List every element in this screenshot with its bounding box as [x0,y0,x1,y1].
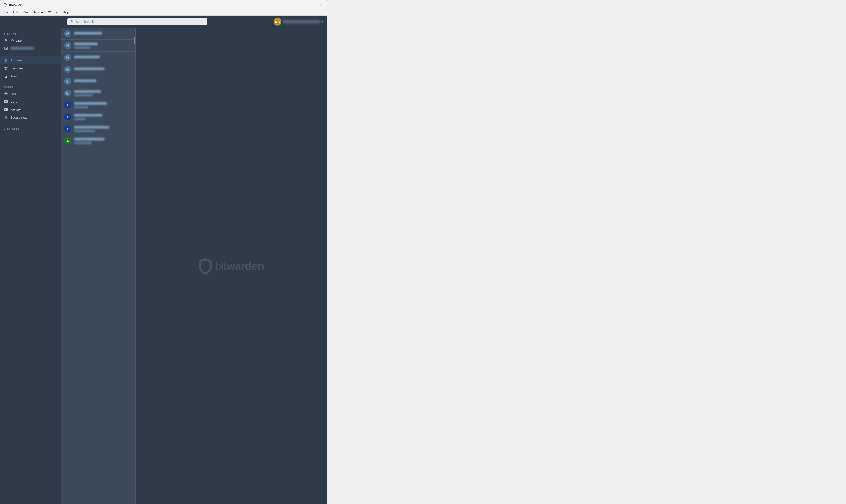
item-content [74,68,132,71]
item-title-blur [74,90,101,93]
list-item[interactable]: P [61,111,136,123]
sidebar-item-favorites[interactable]: Favorites [0,64,61,72]
list-item[interactable] [61,52,136,64]
detail-panel: bitwarden [136,28,327,504]
item-icon-secure-note: S [64,137,71,144]
menu-account[interactable]: Account [32,10,45,15]
trash-icon [4,74,8,78]
login-label: Login [11,92,18,95]
sidebar-item-org-vault[interactable] [0,44,61,52]
add-folder-button[interactable]: + [55,127,57,131]
all-vaults-section[interactable]: ▾ ALL VAULTS [0,32,61,36]
item-icon-passkey: P [64,125,71,132]
grid-icon [4,58,8,62]
item-icon-passkey: P [64,113,71,121]
list-item[interactable]: P [61,99,136,111]
sidebar-item-identity[interactable]: Identity [0,106,61,113]
item-title-blur [74,126,109,129]
folders-label-group: ▸ FOLDERS [4,128,19,131]
sidebar-item-card[interactable]: Card [0,97,61,106]
logo-text: bitwarden [215,259,264,272]
item-content [74,79,132,83]
item-title-blur [74,56,100,58]
app-icon [3,3,7,7]
sidebar-divider-1 [4,54,57,54]
my-vault-label: My vault [11,39,22,42]
list-item[interactable] [61,40,136,52]
sidebar: ▾ ALL VAULTS My vault [0,28,61,504]
sidebar-item-my-vault[interactable]: My vault [0,36,61,44]
item-icon-login [64,54,71,61]
identity-label: Identity [11,108,21,111]
close-button[interactable]: ✕ [318,2,324,7]
item-icon-login [64,66,71,73]
svg-rect-4 [5,59,6,60]
globe-icon [4,91,8,96]
item-icon-login [64,30,71,37]
menu-bar: File Edit View Account Window Help [0,9,327,16]
star-icon [4,66,8,70]
item-content [74,32,132,36]
menu-file[interactable]: File [2,10,10,15]
item-content [74,102,132,108]
folders-label: FOLDERS [7,128,19,131]
app-window: Bitwarden — □ ✕ File Edit View Account W… [0,0,327,504]
search-input[interactable] [67,18,207,25]
item-subtitle-blur [74,94,93,96]
bitwarden-logo: bitwarden [198,258,264,274]
trash-label: Trash [11,74,18,78]
item-content [74,114,132,120]
org-name-blur [11,47,34,50]
title-bar: Bitwarden — □ ✕ [0,0,327,9]
item-subtitle-blur [74,118,86,120]
item-title-blur [74,79,96,82]
sidebar-divider-3 [4,123,57,124]
id-icon [4,107,8,112]
user-email [283,20,320,23]
secure-note-label: Secure note [11,116,28,119]
user-info[interactable]: MA ▾ [274,18,323,26]
org-icon [4,46,8,50]
svg-rect-7 [6,60,7,61]
logo-text-light: bit [215,260,226,272]
svg-point-0 [71,20,72,22]
folders-section[interactable]: ▸ FOLDERS + [0,125,61,133]
item-content [74,126,132,132]
list-item[interactable]: P [61,123,136,135]
all-vaults-label: ALL VAULTS [7,33,24,35]
list-item[interactable] [61,87,136,99]
svg-rect-5 [6,59,7,60]
item-content [74,90,132,96]
sidebar-item-trash[interactable]: Trash [0,72,61,80]
chevron-down-icon: ▾ [4,33,5,35]
card-icon [4,100,8,104]
item-icon-passkey: P [64,102,71,109]
menu-window[interactable]: Window [46,10,60,15]
main-area: ▾ ALL VAULTS My vault [0,28,327,504]
chevron-right-icon: ▸ [4,128,5,131]
sidebar-item-all-items[interactable]: All items [0,56,61,64]
menu-help[interactable]: Help [61,10,71,15]
list-item[interactable]: S [61,135,136,147]
avatar[interactable]: MA [274,18,281,26]
item-title-blur [74,32,102,35]
card-label: Card [11,100,17,103]
svg-point-13 [5,109,6,110]
scrollbar[interactable] [134,37,135,44]
list-item[interactable] [61,75,136,87]
sidebar-item-secure-note[interactable]: Secure note [0,113,61,121]
item-content [74,56,132,59]
app-body: MA ▾ ▾ ALL VAULTS [0,16,327,504]
item-title-blur [74,138,104,141]
item-title-blur [74,102,107,105]
menu-edit[interactable]: Edit [11,10,20,15]
item-content [74,42,132,49]
chevron-down-icon: ▾ [322,20,323,23]
list-item[interactable] [61,28,136,40]
minimize-button[interactable]: — [302,2,308,7]
maximize-button[interactable]: □ [311,2,316,7]
sidebar-item-login[interactable]: Login [0,90,61,97]
list-item[interactable] [61,64,136,75]
menu-view[interactable]: View [21,10,31,15]
window-title: Bitwarden [9,3,302,6]
